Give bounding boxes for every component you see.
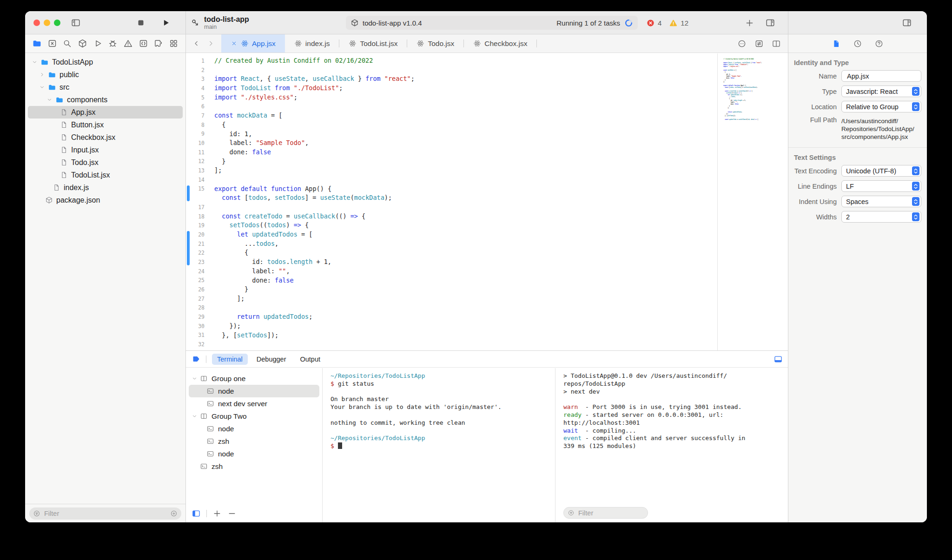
- file-tree-row[interactable]: package.json: [28, 194, 183, 206]
- editor-tab[interactable]: index.js: [285, 34, 339, 53]
- chevron-down-icon[interactable]: [46, 97, 53, 103]
- terminal-session-row[interactable]: zsh: [189, 435, 319, 448]
- code-line: 29 return updatedTodos;: [186, 312, 717, 322]
- issue-badges[interactable]: 4 12: [646, 11, 693, 34]
- file-tree-row[interactable]: Todo.jsx: [28, 156, 183, 169]
- navigator-filter-input[interactable]: [43, 509, 170, 518]
- navigator-filter-bar: [25, 504, 185, 522]
- location-select[interactable]: Relative to Group: [841, 101, 921, 112]
- add-session-icon[interactable]: [212, 509, 222, 518]
- terminal-session-row[interactable]: node: [189, 422, 319, 435]
- run-button[interactable]: [161, 11, 171, 34]
- toggle-editor-panel-icon[interactable]: [765, 11, 775, 34]
- inspector-sidebar: Identity and Type Name Type Javascript: …: [788, 34, 927, 522]
- play-icon[interactable]: [93, 39, 103, 48]
- indent-using-select[interactable]: Spaces: [841, 196, 921, 207]
- braces-icon[interactable]: [139, 39, 148, 48]
- branch-name: main: [204, 24, 249, 30]
- terminal-filter-input[interactable]: [577, 509, 644, 517]
- navigator-divider[interactable]: [185, 11, 186, 522]
- terminal-pane-right[interactable]: > TodoListApp@0.1.0 dev /Users/austincon…: [556, 368, 788, 522]
- editor-tab[interactable]: Todo.jsx: [407, 34, 463, 53]
- navigator-filter-field[interactable]: [29, 507, 181, 520]
- editor-tab-bar: App.jsxindex.jsTodoList.jsxTodo.jsxCheck…: [186, 34, 788, 53]
- terminal-filter-field[interactable]: [563, 507, 648, 519]
- code-pane[interactable]: 1// Created by Austin Condiff on 02/16/2…: [186, 53, 717, 350]
- terminal-session-row[interactable]: Group Two: [189, 410, 319, 422]
- code-editor[interactable]: 1// Created by Austin Condiff on 02/16/2…: [186, 53, 788, 350]
- terminal-session-row[interactable]: Group one: [189, 372, 319, 385]
- chevron-down-icon[interactable]: [32, 59, 38, 65]
- tab-label: App.jsx: [252, 40, 276, 48]
- file-tree-row[interactable]: components: [28, 93, 183, 106]
- chevron-right-icon[interactable]: [39, 72, 45, 78]
- code-line: 8 {: [186, 120, 717, 130]
- terminal-session-row[interactable]: next dev server: [189, 397, 319, 410]
- more-options-icon[interactable]: [737, 39, 747, 48]
- type-select[interactable]: Javascript: React: [841, 86, 921, 97]
- add-filter-icon[interactable]: [170, 510, 178, 517]
- close-icon[interactable]: [231, 40, 238, 47]
- file-tree-row[interactable]: src: [28, 81, 183, 93]
- bottom-tab-output[interactable]: Output: [295, 354, 325, 365]
- file-tree-row[interactable]: TodoListApp: [28, 56, 183, 68]
- chevron-down-icon[interactable]: [192, 413, 198, 419]
- stop-button[interactable]: [136, 11, 146, 34]
- terminal-pane-left[interactable]: ~/Repositories/TodoListApp$ git status O…: [323, 368, 555, 522]
- chevron-down-icon[interactable]: [39, 84, 45, 90]
- swap-editor-icon[interactable]: [754, 39, 764, 48]
- terminal-session-row[interactable]: node: [189, 385, 319, 397]
- widths-stepper[interactable]: 2: [841, 211, 921, 223]
- split-editor-icon[interactable]: [772, 39, 781, 48]
- close-square-icon[interactable]: [47, 39, 57, 48]
- activity-status-bar[interactable]: todo-list-app v1.0.4 Running 1 of 2 task…: [346, 16, 638, 30]
- editor-tab[interactable]: TodoList.jsx: [339, 34, 407, 53]
- back-icon[interactable]: [192, 40, 200, 47]
- toggle-inspector-icon[interactable]: [902, 11, 912, 34]
- grid-icon[interactable]: [169, 39, 178, 48]
- file-tree-row[interactable]: public: [28, 68, 183, 81]
- help-inspector-icon[interactable]: [874, 39, 884, 48]
- bug-icon[interactable]: [108, 39, 118, 48]
- bottom-tab-terminal[interactable]: Terminal: [212, 354, 248, 365]
- code-line: 1// Created by Austin Condiff on 02/16/2…: [186, 56, 717, 66]
- chevron-down-icon[interactable]: [192, 376, 198, 382]
- history-inspector-icon[interactable]: [853, 39, 862, 48]
- extension-icon[interactable]: [153, 39, 163, 48]
- terminal-session-row[interactable]: node: [189, 448, 319, 460]
- text-encoding-select[interactable]: Unicode (UTF-8): [841, 165, 921, 177]
- inspector-tab-bar: [788, 34, 927, 53]
- file-icon: [60, 108, 68, 116]
- file-tree-row[interactable]: App.jsx: [28, 106, 183, 119]
- remove-session-icon[interactable]: [227, 509, 237, 518]
- inspector-divider[interactable]: [788, 11, 788, 522]
- file-tree-row[interactable]: TodoList.jsx: [28, 169, 183, 181]
- search-icon[interactable]: [62, 39, 72, 48]
- file-inspector-icon[interactable]: [832, 39, 841, 48]
- line-endings-select[interactable]: LF: [841, 180, 921, 192]
- file-tree-row[interactable]: index.js: [28, 181, 183, 194]
- add-tab-icon[interactable]: [745, 11, 754, 34]
- package-icon[interactable]: [78, 39, 87, 48]
- folder-icon[interactable]: [32, 39, 42, 48]
- identity-section-title: Identity and Type: [794, 59, 921, 66]
- zoom-window-button[interactable]: [54, 20, 60, 26]
- editor-tab[interactable]: App.jsx: [221, 34, 285, 53]
- toggle-left-sidebar-icon[interactable]: [71, 11, 81, 34]
- file-name: package.json: [56, 196, 100, 204]
- minimap[interactable]: // Created by Austin Condiff on 02/16/20…: [717, 53, 788, 350]
- file-tree-row[interactable]: Checkbox.jsx: [28, 131, 183, 144]
- forward-icon[interactable]: [207, 40, 215, 47]
- close-window-button[interactable]: [33, 20, 40, 26]
- editor-tab[interactable]: Checkbox.jsx: [464, 34, 536, 53]
- file-tree-row[interactable]: Input.jsx: [28, 144, 183, 156]
- file-tree-row[interactable]: Button.jsx: [28, 119, 183, 131]
- warning-icon[interactable]: [123, 39, 133, 48]
- terminal-session-row[interactable]: zsh: [189, 460, 319, 473]
- bottom-tab-debugger[interactable]: Debugger: [251, 354, 291, 365]
- toggle-session-sidebar-icon[interactable]: [192, 509, 201, 518]
- minimize-window-button[interactable]: [44, 20, 50, 26]
- name-field[interactable]: [841, 70, 921, 82]
- name-input[interactable]: [846, 72, 919, 80]
- toggle-bottom-panel-icon[interactable]: [774, 355, 783, 364]
